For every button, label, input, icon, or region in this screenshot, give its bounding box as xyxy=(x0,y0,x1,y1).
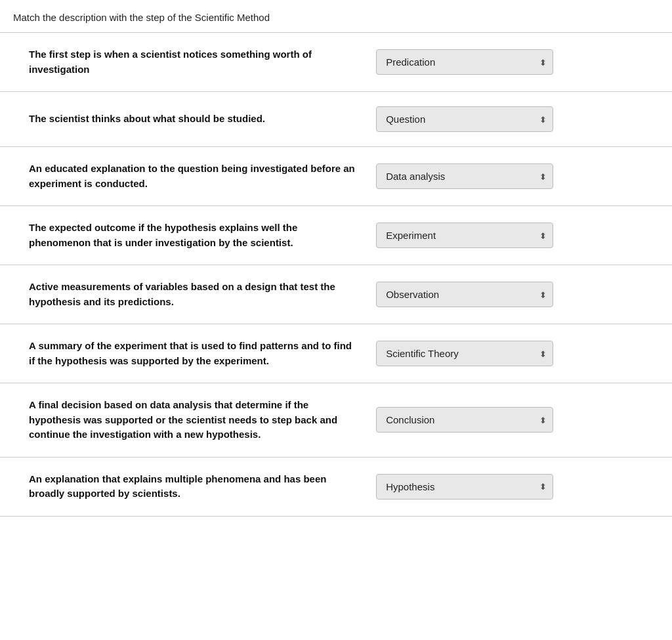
select-7[interactable]: PredicationQuestionData analysisExperime… xyxy=(376,407,553,433)
description-cell-3: An educated explanation to the question … xyxy=(0,147,369,206)
select-cell-7: PredicationQuestionData analysisExperime… xyxy=(369,383,672,458)
select-cell-1: PredicationQuestionData analysisExperime… xyxy=(369,33,672,92)
match-table: The first step is when a scientist notic… xyxy=(0,33,672,517)
table-row: Active measurements of variables based o… xyxy=(0,265,672,324)
select-wrapper-3: PredicationQuestionData analysisExperime… xyxy=(376,163,553,189)
description-cell-2: The scientist thinks about what should b… xyxy=(0,92,369,147)
select-1[interactable]: PredicationQuestionData analysisExperime… xyxy=(376,49,553,75)
select-3[interactable]: PredicationQuestionData analysisExperime… xyxy=(376,163,553,189)
table-row: The expected outcome if the hypothesis e… xyxy=(0,206,672,265)
table-row: An educated explanation to the question … xyxy=(0,147,672,206)
description-cell-5: Active measurements of variables based o… xyxy=(0,265,369,324)
page-header: Match the description with the step of t… xyxy=(0,0,672,32)
table-row: The scientist thinks about what should b… xyxy=(0,92,672,147)
table-row: The first step is when a scientist notic… xyxy=(0,33,672,92)
select-5[interactable]: PredicationQuestionData analysisExperime… xyxy=(376,282,553,307)
table-row: A summary of the experiment that is used… xyxy=(0,324,672,383)
select-2[interactable]: PredicationQuestionData analysisExperime… xyxy=(376,106,553,132)
description-cell-8: An explanation that explains multiple ph… xyxy=(0,457,369,516)
select-wrapper-8: PredicationQuestionData analysisExperime… xyxy=(376,474,553,500)
select-cell-2: PredicationQuestionData analysisExperime… xyxy=(369,92,672,147)
select-wrapper-6: PredicationQuestionData analysisExperime… xyxy=(376,341,553,366)
select-wrapper-2: PredicationQuestionData analysisExperime… xyxy=(376,106,553,132)
description-cell-7: A final decision based on data analysis … xyxy=(0,383,369,458)
description-cell-1: The first step is when a scientist notic… xyxy=(0,33,369,92)
select-wrapper-4: PredicationQuestionData analysisExperime… xyxy=(376,223,553,248)
select-cell-5: PredicationQuestionData analysisExperime… xyxy=(369,265,672,324)
select-cell-6: PredicationQuestionData analysisExperime… xyxy=(369,324,672,383)
select-6[interactable]: PredicationQuestionData analysisExperime… xyxy=(376,341,553,366)
select-wrapper-7: PredicationQuestionData analysisExperime… xyxy=(376,407,553,433)
select-cell-3: PredicationQuestionData analysisExperime… xyxy=(369,147,672,206)
select-cell-8: PredicationQuestionData analysisExperime… xyxy=(369,457,672,516)
select-wrapper-5: PredicationQuestionData analysisExperime… xyxy=(376,282,553,307)
description-cell-4: The expected outcome if the hypothesis e… xyxy=(0,206,369,265)
select-wrapper-1: PredicationQuestionData analysisExperime… xyxy=(376,49,553,75)
select-cell-4: PredicationQuestionData analysisExperime… xyxy=(369,206,672,265)
table-row: A final decision based on data analysis … xyxy=(0,383,672,458)
table-row: An explanation that explains multiple ph… xyxy=(0,457,672,516)
page-title: Match the description with the step of t… xyxy=(13,12,270,23)
description-cell-6: A summary of the experiment that is used… xyxy=(0,324,369,383)
select-8[interactable]: PredicationQuestionData analysisExperime… xyxy=(376,474,553,500)
select-4[interactable]: PredicationQuestionData analysisExperime… xyxy=(376,223,553,248)
